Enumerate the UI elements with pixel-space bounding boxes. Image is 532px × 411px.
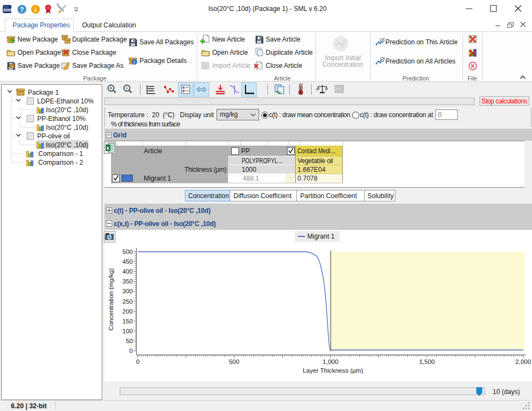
- svg-text:150: 150: [122, 318, 133, 325]
- svg-text:500: 500: [122, 248, 133, 255]
- svg-text:?: ?: [20, 6, 24, 14]
- svg-text:Package 1: Package 1: [28, 89, 59, 96]
- svg-text:250: 250: [122, 298, 133, 305]
- svg-text:1,500: 1,500: [419, 358, 435, 365]
- svg-text:500: 500: [229, 358, 239, 365]
- svg-text:Comparison - 1: Comparison - 1: [38, 150, 83, 158]
- svg-text:300: 300: [122, 288, 133, 294]
- svg-text:50: 50: [126, 338, 133, 344]
- svg-text:LDPE-Ethanol 10%: LDPE-Ethanol 10%: [37, 97, 94, 105]
- svg-text:2,000: 2,000: [516, 358, 531, 365]
- svg-text:350: 350: [122, 278, 133, 285]
- svg-text:Concentration (mg/kg): Concentration (mg/kg): [108, 268, 114, 331]
- svg-text:Iso(20°C ,10d): Iso(20°C ,10d): [46, 106, 89, 114]
- svg-text:0: 0: [136, 358, 139, 365]
- svg-text:100: 100: [122, 328, 133, 334]
- svg-text:1,000: 1,000: [323, 358, 338, 365]
- svg-text:0: 0: [130, 348, 133, 354]
- svg-text:X: X: [106, 146, 109, 151]
- svg-text:200: 200: [122, 308, 133, 315]
- svg-text:PP-Ethanol 10%: PP-Ethanol 10%: [37, 115, 85, 123]
- svg-text:Iso(20°C ,10d): Iso(20°C ,10d): [46, 124, 89, 131]
- svg-text:400: 400: [122, 268, 133, 275]
- svg-text:sml: sml: [3, 7, 12, 13]
- svg-text:PP-olive oil: PP-olive oil: [37, 132, 70, 140]
- svg-text:Layer Thickness (µm): Layer Thickness (µm): [303, 367, 364, 374]
- svg-text:450: 450: [122, 258, 133, 265]
- svg-text:Comparison - 2: Comparison - 2: [38, 159, 83, 166]
- svg-text:Iso(20°C ,10d): Iso(20°C ,10d): [46, 141, 89, 149]
